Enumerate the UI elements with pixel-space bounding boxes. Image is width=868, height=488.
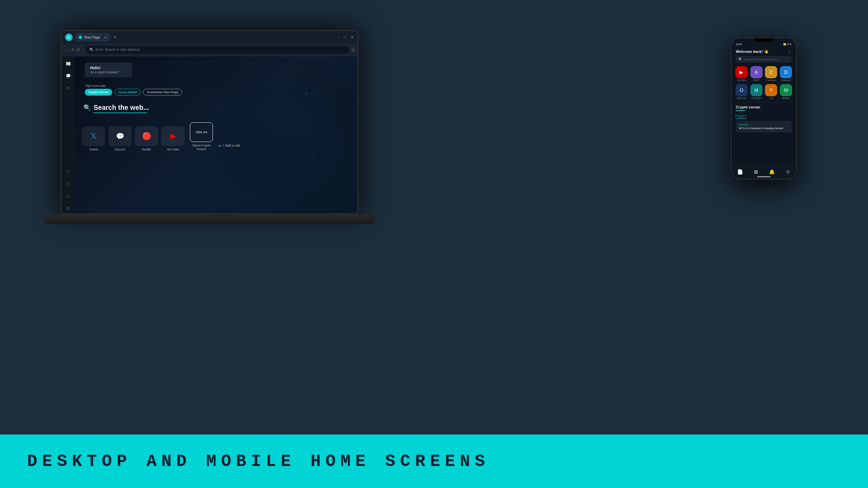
browser-title-bar: O Start Page ✕ + − □ ✕ [62, 31, 357, 43]
customise-button[interactable]: Customise Start Page [143, 89, 182, 96]
speed-dial-twitter[interactable]: 𝕏 Twitter [82, 126, 105, 151]
sidebar-item-extensions[interactable]: ◎ [64, 192, 72, 200]
new-tab-icon[interactable]: + [114, 34, 117, 40]
bottom-banner-text: DESKTOP AND MOBILE HOME SCREENS [27, 452, 490, 471]
svg-point-3 [333, 137, 334, 138]
search-underline [93, 113, 147, 113]
news-title: NFTs In A Nutshell: A Weekly Review [739, 127, 789, 130]
click-me-button[interactable]: Click me [190, 122, 213, 142]
reddit-label: Reddit [142, 148, 151, 151]
hello-subtitle: So a crypto browser? [90, 70, 127, 74]
sidebar-item-news[interactable]: 📰 [64, 60, 72, 68]
reddit-icon-bg: 🔴 [135, 126, 158, 146]
browser-main-content: Hello! So a crypto browser? Dig it your … [75, 56, 357, 215]
reload-icon[interactable]: ↻ [72, 47, 75, 52]
youtube-icon-bg: ▶ [161, 126, 184, 146]
phone-search-bar[interactable]: 🔍 Search or enter an address... [735, 56, 792, 63]
sidebar-item-crypto[interactable]: ⟳ [64, 84, 72, 92]
news-badge: News [736, 115, 746, 119]
opensea-app-label: Opensea [737, 97, 746, 99]
phone-apps-row-2: O Opensea M Coinmark. Y Yat M Measar [732, 83, 796, 102]
phone-menu-dots[interactable]: ⋮ [787, 49, 792, 54]
opensea-app-icon: O [735, 84, 748, 96]
phone-app-coinbase[interactable]: C Coinbase [765, 66, 778, 81]
phone-frame: 11:27 📶 89% Welcome back! 👋 ⋮ 🔍 Search o… [731, 37, 797, 180]
back-icon[interactable]: ‹ [64, 47, 66, 53]
svg-point-5 [296, 79, 297, 81]
phone-search-text: Search or enter an address... [744, 58, 779, 61]
forward-icon[interactable]: › [68, 47, 70, 53]
bottom-banner: DESKTOP AND MOBILE HOME SCREENS [0, 434, 868, 488]
window-controls: − □ ✕ [338, 35, 354, 40]
aave-app-label: AAVE [753, 79, 760, 81]
tab-label: Start Page [84, 36, 100, 39]
phone-nav-files[interactable]: 📄 [737, 169, 743, 175]
minimize-icon[interactable]: − [338, 35, 340, 40]
speed-dial-reddit[interactable]: 🔴 Reddit [135, 126, 158, 151]
address-text: Enter Search or web address [96, 48, 140, 52]
phone-app-yat[interactable]: Y Yat [765, 84, 778, 99]
coinbase-app-label: Coinbase [766, 79, 776, 81]
sidebar-item-clock[interactable]: ⏱ [64, 168, 72, 176]
page-background: DESKTOP AND MOBILE HOME SCREENS O Start … [0, 0, 868, 488]
sidebar-item-messages[interactable]: 💬 [64, 72, 72, 80]
phone-welcome-row: Welcome back! 👋 ⋮ [732, 47, 796, 56]
youtube-label: You Tube [166, 148, 179, 151]
tab-favicon [79, 36, 82, 39]
speed-dial-opera-crypto[interactable]: Click me Opera Crypto Project [188, 122, 215, 151]
dapradar-app-label: Dapradar [781, 79, 791, 81]
laptop-hinge [206, 215, 233, 217]
phone-notch [754, 38, 773, 42]
phone-home-indicator [757, 176, 771, 177]
svg-point-1 [305, 93, 308, 95]
home-icon[interactable]: ⊞ [77, 47, 80, 52]
tab-close-icon[interactable]: ✕ [104, 36, 107, 39]
hello-card: Hello! So a crypto browser? [85, 62, 132, 77]
phone-app-opensea[interactable]: O Opensea [735, 84, 748, 99]
opera-crypto-label: Opera Crypto Project [188, 144, 215, 151]
close-icon[interactable]: ✕ [351, 35, 354, 40]
yat-app-label: Yat [769, 97, 773, 99]
phone-app-aave[interactable]: A AAVE [750, 66, 763, 81]
coinmark-app-icon: M [750, 84, 763, 96]
sidebar-item-settings[interactable]: ⚙ [64, 204, 72, 212]
hello-title: Hello! [90, 66, 127, 70]
phone-app-coinmark[interactable]: M Coinmark. [750, 84, 763, 99]
opera-wallet-button[interactable]: Opera Wallet [115, 89, 141, 96]
phone-inner: 11:27 📶 89% Welcome back! 👋 ⋮ 🔍 Search o… [732, 38, 796, 179]
browser-sidebar: 📰 💬 ⟳ ⏱ ⏱ ◎ ⚙ [62, 56, 75, 215]
phone-status-icons: 📶 89% [783, 43, 792, 46]
address-bar[interactable]: 🔍 Enter Search or web address [85, 46, 349, 54]
phone-nav-bell[interactable]: 🔔 [769, 169, 775, 175]
youtube-app-label: YouTube [737, 79, 746, 81]
phone-app-measar[interactable]: M Measar [780, 84, 792, 99]
extensions-icon[interactable]: ⊞ [351, 47, 355, 52]
maximize-icon[interactable]: □ [344, 35, 347, 40]
sidebar-item-history[interactable]: ⏱ [64, 180, 72, 188]
coinmark-app-label: Coinmark. [751, 97, 762, 99]
phone-app-youtube[interactable]: ▶ YouTube [735, 66, 748, 81]
search-label[interactable]: Search the web... [94, 104, 149, 111]
phone-nav-grid[interactable]: ⊞ [754, 169, 758, 175]
add-site-label: + Add a site [222, 144, 240, 147]
crypto-corner-button[interactable]: Crypto Corner [85, 89, 112, 96]
toolbar-divider: | [82, 47, 83, 53]
browser-tab[interactable]: Start Page ✕ [75, 33, 110, 42]
add-site-button[interactable]: + + Add a site [218, 143, 240, 148]
browser-toolbar: ‹ › ↻ ⊞ | 🔍 Enter Search or web address … [62, 43, 357, 56]
speed-dial-discord[interactable]: 💬 Discord [108, 126, 132, 151]
discord-label: Discord [115, 148, 125, 151]
measar-app-icon: M [780, 84, 792, 96]
twitter-icon-bg: 𝕏 [82, 126, 105, 146]
svg-point-2 [319, 113, 321, 115]
speed-dial-youtube[interactable]: ▶ You Tube [161, 126, 184, 151]
news-tag: Boomsut [739, 123, 789, 126]
measar-app-label: Measar [782, 97, 790, 99]
phone-news-label: News [736, 113, 792, 119]
phone-news-card[interactable]: Boomsut NFTs In A Nutshell: A Weekly Rev… [736, 121, 792, 133]
phone-apps-row-1: ▶ YouTube A AAVE C Coinbase D Dapradar [732, 65, 796, 83]
phone-app-dapradar[interactable]: D Dapradar [780, 66, 792, 81]
phone-nav-settings[interactable]: ⚙ [786, 169, 790, 175]
search-icon: 🔍 [83, 104, 91, 111]
opera-logo: O [65, 34, 73, 41]
